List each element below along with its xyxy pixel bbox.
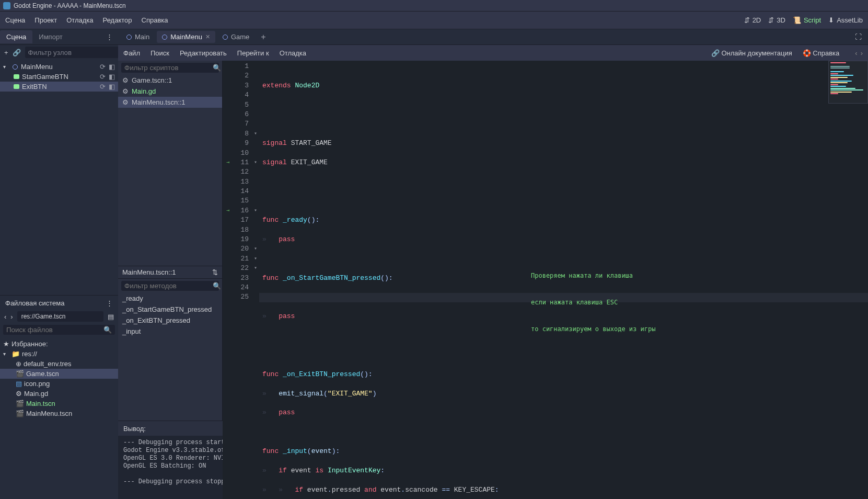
minimap[interactable] [828,61,868,104]
menu-editor[interactable]: Редактор [103,16,132,24]
fs-root[interactable]: ▾ 📁 res:// [0,349,118,359]
3d-icon: ⇵ [768,16,774,24]
link-icon[interactable]: 🔗 [13,49,21,56]
open-scene-tabs: Main MainMenu ✕ Game + ⛶ [118,29,868,45]
close-icon[interactable]: ✕ [205,33,210,40]
method-item[interactable]: _input [118,326,222,337]
method-item[interactable]: _on_StartGameBTN_pressed [118,304,222,315]
folder-icon: 📁 [11,350,20,358]
menu-scene[interactable]: Сцена [5,16,25,24]
gear-icon: ⚙ [122,87,129,95]
2d-icon: ⇵ [744,16,750,24]
menubar: Сцена Проект Отладка Редактор Справка ⇵ … [0,12,868,29]
help-icon: 🛟 [803,49,811,57]
nav-back-icon[interactable]: ‹ [4,313,6,321]
tree-node-child[interactable]: StartGameBTN ⟳◧ [0,72,118,82]
fs-file[interactable]: 🎬 MainMenu.tscn [0,409,118,418]
script-list-item[interactable]: ⚙ Main.gd [118,86,222,97]
method-item[interactable]: _ready [118,293,222,304]
fs-file[interactable]: 🎬 Main.tscn [0,399,118,409]
script-attach-icon[interactable]: ◧ [109,63,115,71]
fs-path[interactable]: res://Game.tscn [17,311,103,322]
sort-icon[interactable]: ⇅ [212,268,218,276]
fs-file[interactable]: 🎬 Game.tscn [0,369,118,379]
node-filter-input[interactable] [25,47,120,58]
help-button[interactable]: 🛟 Справка [803,49,840,57]
script-menu-search[interactable]: Поиск [151,49,169,57]
titlebar: Godot Engine - AAAAA - MainMenu.tscn [0,0,868,12]
scene-tree: ▾ MainMenu ⟳◧ StartGameBTN ⟳◧ ExitBTN ⟳◧ [0,60,118,94]
fullscreen-icon[interactable]: ⛶ [855,33,865,41]
menu-help[interactable]: Справка [142,16,168,24]
image-icon: ▧ [16,380,22,388]
node-icon [162,35,167,40]
scene-icon: 🎬 [16,410,24,417]
code-editor[interactable]: ⇥ ⇥ 12345 678910 1112131415 1617181920 2… [223,61,868,499]
visibility-icon[interactable]: ◧ [109,83,115,90]
scene-tab[interactable]: Main [121,31,155,43]
script-menu-goto[interactable]: Перейти к [237,49,269,57]
new-tab-button[interactable]: + [257,32,270,42]
godot-logo-icon [3,2,10,9]
add-node-icon[interactable]: + [4,49,8,56]
tree-node-root[interactable]: ▾ MainMenu ⟳◧ [0,62,118,72]
search-icon: 🔍 [103,326,112,334]
workspace-3d[interactable]: ⇵ 3D [768,16,785,24]
tree-node-child[interactable]: ExitBTN ⟳◧ [0,82,118,92]
visibility-icon[interactable]: ◧ [109,73,115,81]
resource-icon: ⊕ [16,360,21,368]
scene-tab[interactable]: MainMenu ✕ [157,31,215,43]
search-icon: 🔍 [213,64,221,72]
signal-connect-icon: ⇥ [223,206,233,216]
grid-view-icon[interactable]: ▤ [108,313,114,321]
gear-icon: ⚙ [122,76,129,84]
nav-back-icon[interactable]: ‹ [855,49,857,57]
scene-tab[interactable]: Game [217,31,254,43]
fs-file[interactable]: ⚙ Main.gd [0,389,118,399]
fs-search-input[interactable] [6,326,103,334]
button-icon [13,73,20,81]
gear-icon: ⚙ [122,98,129,106]
filesystem-title: Файловая система [5,299,64,307]
script-filter-input[interactable] [124,64,213,72]
output-title: Вывод: [123,425,146,433]
search-icon: 🔍 [213,282,221,290]
script-menu-edit[interactable]: Редактировать [180,49,227,57]
chevron-down-icon[interactable]: ▾ [3,64,9,70]
fs-favorites[interactable]: ★ Избранное: [0,339,118,349]
script-menu-debug[interactable]: Отладка [280,49,306,57]
download-icon: ⬇ [828,16,834,24]
online-docs-button[interactable]: 🔗 Онлайн документация [711,49,792,57]
menu-project[interactable]: Проект [34,16,57,24]
button-icon [13,83,20,90]
nav-fwd-icon[interactable]: › [10,313,13,321]
link-icon: 🔗 [711,49,720,57]
scene-icon: 🎬 [16,400,24,407]
panel-menu-icon[interactable]: ⋮ [101,33,118,41]
signal-icon[interactable]: ⟳ [100,83,106,90]
node-icon [223,35,228,40]
panel-menu-icon[interactable]: ⋮ [106,299,113,307]
method-filter-input[interactable] [124,282,213,290]
tab-scene[interactable]: Сцена [0,30,32,43]
script-icon: 📜 [793,16,801,24]
workspace-2d[interactable]: ⇵ 2D [744,16,761,24]
workspace-script[interactable]: 📜 Script [793,16,821,24]
script-menu-file[interactable]: Файл [123,49,140,57]
tab-import[interactable]: Импорт [32,30,68,43]
workspace-assetlib[interactable]: ⬇ AssetLib [828,16,863,24]
chevron-down-icon[interactable]: ▾ [3,351,9,357]
fs-file[interactable]: ▧ icon.png [0,379,118,389]
instance-icon[interactable]: ⟳ [100,63,106,71]
menu-debug[interactable]: Отладка [66,16,93,24]
method-item[interactable]: _on_ExitBTN_pressed [118,315,222,326]
line-gutter: 12345 678910 1112131415 1617181920 21222… [233,61,252,499]
script-toolbar: Файл Поиск Редактировать Перейти к Отлад… [118,45,868,61]
gear-icon: ⚙ [16,390,22,398]
signal-connect-icon: ⇥ [223,158,233,167]
fs-file[interactable]: ⊕ default_env.tres [0,359,118,369]
script-list-item[interactable]: ⚙ Game.tscn::1 [118,75,222,86]
script-list-item[interactable]: ⚙ MainMenu.tscn::1 [118,97,222,108]
nav-fwd-icon[interactable]: › [861,49,863,57]
signal-icon[interactable]: ⟳ [100,73,106,81]
